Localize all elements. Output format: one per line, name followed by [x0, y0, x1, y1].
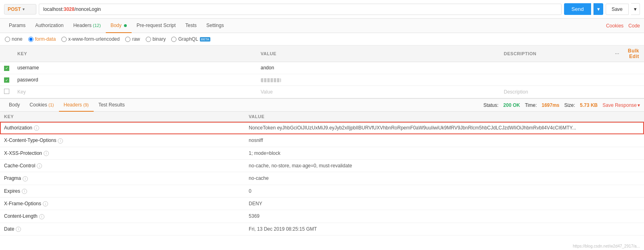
res-key-7: Content-Lengthi	[0, 210, 245, 223]
send-button[interactable]: Send	[564, 3, 591, 15]
code-link[interactable]: Code	[628, 23, 640, 29]
option-none[interactable]: none	[5, 36, 23, 42]
res-key-8: Datei	[0, 223, 245, 235]
response-tabs: Body Cookies (1) Headers (9) Test Result…	[0, 99, 644, 112]
info-icon-2: i	[44, 151, 49, 156]
save-dropdown-button[interactable]: ▾	[631, 3, 640, 15]
url-display[interactable]: localhost:3028/nonceLogin	[39, 4, 562, 15]
option-graphql[interactable]: GraphQLBETA	[171, 36, 210, 42]
url-port: 3028	[64, 6, 75, 12]
res-val-5: 0	[245, 185, 644, 197]
tab-headers[interactable]: Headers (12)	[68, 19, 105, 33]
url-prefix: localhost:	[43, 6, 64, 12]
method-chevron: ▾	[23, 7, 25, 11]
tab-params[interactable]: Params	[4, 19, 30, 33]
req-extra-password	[624, 74, 644, 86]
info-icon-3: i	[37, 163, 42, 169]
res-tab-headers[interactable]: Headers (9)	[59, 99, 94, 112]
tab-authorization[interactable]: Authorization	[30, 19, 68, 33]
res-key-3: Cache-Controli	[0, 159, 245, 172]
info-icon-7: i	[39, 214, 44, 219]
res-tab-cookies[interactable]: Cookies (1)	[25, 99, 59, 112]
method-label: POST	[8, 6, 21, 12]
res-tab-body[interactable]: Body	[4, 99, 25, 112]
req-checkbox-new[interactable]	[0, 86, 13, 99]
req-col-value: VALUE	[257, 46, 500, 62]
tab-tests[interactable]: Tests	[180, 19, 201, 33]
req-value-placeholder[interactable]: Value	[257, 86, 500, 99]
req-value-username[interactable]: andon	[257, 62, 500, 74]
option-raw[interactable]: raw	[125, 36, 140, 42]
send-dropdown-button[interactable]: ▾	[594, 3, 603, 15]
req-key-username[interactable]: username	[13, 62, 257, 74]
cookies-link[interactable]: Cookies	[606, 23, 623, 29]
res-key-0: Authorizationi	[0, 122, 245, 134]
req-col-key: KEY	[13, 46, 257, 62]
method-selector[interactable]: POST ▾	[4, 4, 36, 15]
option-urlencoded[interactable]: x-www-form-urlencoded	[61, 36, 120, 42]
res-tab-test-results[interactable]: Test Results	[94, 99, 130, 112]
res-row-3: Cache-Controlino-cache, no-store, max-ag…	[0, 159, 644, 172]
response-headers-table: KEY VALUE AuthorizationiNonceToken eyJhb…	[0, 112, 644, 235]
info-icon-1: i	[58, 138, 63, 144]
req-key-password[interactable]: password	[13, 74, 257, 86]
res-val-2: 1; mode=block	[245, 147, 644, 159]
time-label: Time:	[525, 102, 537, 108]
res-row-8: DateiFri, 13 Dec 2019 08:25:15 GMT	[0, 223, 644, 235]
save-dropdown-chevron: ▾	[634, 6, 637, 12]
req-dots-password	[611, 74, 624, 86]
req-extra-username	[624, 62, 644, 74]
save-response-button[interactable]: Save Response ▾	[602, 102, 640, 108]
option-binary[interactable]: binary	[146, 36, 166, 42]
req-bulk-edit[interactable]: Bulk Edit	[624, 46, 644, 62]
url-suffix: /nonceLogin	[74, 6, 101, 12]
res-val-7: 5369	[245, 210, 644, 223]
res-val-8: Fri, 13 Dec 2019 08:25:15 GMT	[245, 223, 644, 235]
req-value-password[interactable]	[257, 74, 500, 86]
res-val-1: nosniff	[245, 134, 644, 147]
tab-body[interactable]: Body	[106, 19, 132, 33]
info-icon-5: i	[22, 189, 27, 194]
req-extra-new	[624, 86, 644, 99]
req-col-checkbox	[0, 46, 13, 62]
status-value: 200 OK	[503, 102, 520, 108]
size-value: 5.73 KB	[580, 102, 598, 108]
body-dot	[124, 24, 127, 27]
request-tabs: Params Authorization Headers (12) Body P…	[0, 19, 644, 33]
req-desc-password[interactable]	[500, 74, 611, 86]
req-dots-new	[611, 86, 624, 99]
res-val-0: NonceToken eyJhbGciOiJIUzUxMiJ9.eyJyb2xl…	[245, 122, 644, 134]
request-right-links: Cookies Code	[606, 23, 640, 29]
beta-badge: BETA	[200, 37, 210, 42]
headers-badge: (12)	[93, 23, 101, 28]
tab-prerequest[interactable]: Pre-request Script	[132, 19, 180, 33]
res-row-1: X-Content-Type-Optionsinosniff	[0, 134, 644, 147]
option-formdata[interactable]: form-data	[28, 36, 56, 42]
body-options: none form-data x-www-form-urlencoded raw…	[0, 33, 644, 46]
req-checkbox-username[interactable]: ✓	[0, 62, 13, 74]
tab-settings[interactable]: Settings	[201, 19, 229, 33]
request-body-table: KEY VALUE DESCRIPTION ··· Bulk Edit ✓ us…	[0, 46, 644, 99]
req-checkbox-password[interactable]: ✓	[0, 74, 13, 86]
save-button[interactable]: Save	[606, 4, 629, 15]
req-desc-username[interactable]	[500, 62, 611, 74]
res-key-6: X-Frame-Optionsi	[0, 197, 245, 210]
time-value: 1697ms	[542, 102, 560, 108]
res-val-3: no-cache, no-store, max-age=0, must-reva…	[245, 159, 644, 172]
info-icon-0: i	[34, 125, 39, 131]
req-key-placeholder[interactable]: Key	[13, 86, 257, 99]
res-row-4: Pragmaino-cache	[0, 172, 644, 185]
response-status: Status: 200 OK Time: 1697ms Size: 5.73 K…	[483, 102, 640, 108]
res-row-5: Expiresi0	[0, 185, 644, 197]
req-desc-placeholder[interactable]: Description	[500, 86, 611, 99]
res-row-6: X-Frame-OptionsiDENY	[0, 197, 644, 210]
req-row-username: ✓ username andon	[0, 62, 644, 74]
password-mask	[261, 78, 281, 82]
res-val-4: no-cache	[245, 172, 644, 185]
res-key-4: Pragmai	[0, 172, 245, 185]
save-response-chevron: ▾	[638, 102, 640, 108]
status-label: Status:	[483, 102, 498, 108]
req-row-password: ✓ password	[0, 74, 644, 86]
top-bar: POST ▾ localhost:3028/nonceLogin Send ▾ …	[0, 0, 644, 19]
cookies-badge: (1)	[48, 102, 54, 107]
